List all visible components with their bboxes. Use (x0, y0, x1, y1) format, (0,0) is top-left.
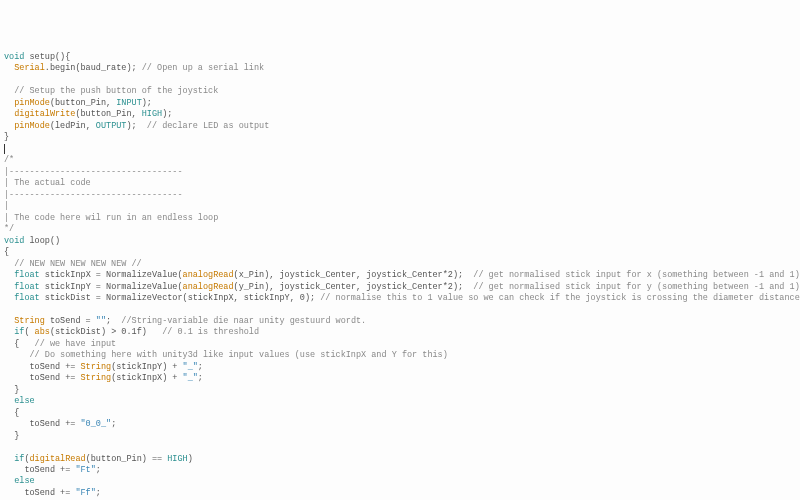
indent (4, 476, 14, 486)
indent (4, 259, 14, 269)
string-literal: "0_0_" (81, 419, 112, 429)
fn-digitalwrite: digitalWrite (14, 109, 75, 119)
fn-digitalread: digitalRead (30, 454, 86, 464)
indent (4, 63, 14, 73)
comment-block: | The actual code (4, 178, 91, 188)
const-input: INPUT (116, 98, 142, 108)
code-text: .begin(baud_rate); (45, 63, 142, 73)
fn-analogread: analogRead (183, 270, 234, 280)
code-text: { (4, 339, 35, 349)
code-text: toSend += (4, 465, 75, 475)
string-literal: "Ff" (75, 488, 95, 498)
type-string: String (81, 373, 112, 383)
comment-block: |---------------------------------- (4, 167, 183, 177)
keyword-else: else (14, 396, 34, 406)
indent (4, 293, 14, 303)
code-text: toSend += (4, 419, 81, 429)
comment-block: | The code here wil run in an endless lo… (4, 213, 218, 223)
indent (4, 350, 30, 360)
code-text: (button_Pin) == (86, 454, 168, 464)
keyword-if: if (14, 327, 24, 337)
code-text: ); (142, 98, 152, 108)
comment: // get normalised stick input for x (som… (473, 270, 799, 280)
comment: // Open up a serial link (142, 63, 264, 73)
indent (4, 327, 14, 337)
code-text: ; (198, 362, 203, 372)
indent (4, 396, 14, 406)
string-literal: "_" (183, 373, 198, 383)
brace: } (4, 132, 9, 142)
keyword-float: float (14, 270, 40, 280)
fn-pinmode: pinMode (14, 121, 50, 131)
comment-block: /* (4, 155, 14, 165)
string-literal: "" (96, 316, 106, 326)
code-text: stickInpX = NormalizeValue( (40, 270, 183, 280)
comment: // declare LED as output (147, 121, 269, 131)
code-text: ; (106, 316, 121, 326)
code-text: ; (96, 465, 101, 475)
indent (4, 270, 14, 280)
code-text: (y_Pin), joystick_Center, joystick_Cente… (234, 282, 474, 292)
fn-abs: abs (35, 327, 50, 337)
code-text: setup(){ (24, 52, 70, 62)
indent (4, 98, 14, 108)
comment-block: |---------------------------------- (4, 190, 183, 200)
comment: // Setup the push button of the joystick (14, 86, 218, 96)
indent (4, 109, 14, 119)
code-text: ; (111, 419, 116, 429)
comment: // NEW NEW NEW NEW NEW // (14, 259, 142, 269)
code-text: toSend = (45, 316, 96, 326)
fn-analogread: analogRead (183, 282, 234, 292)
indent (4, 121, 14, 131)
keyword-float: float (14, 293, 40, 303)
type-string: String (81, 362, 112, 372)
code-text: ; (96, 488, 101, 498)
keyword-else: else (14, 476, 34, 486)
object-serial: Serial (14, 63, 45, 73)
code-text: stickInpY = NormalizeValue( (40, 282, 183, 292)
comment: // 0.1 is threshold (162, 327, 259, 337)
fn-pinmode: pinMode (14, 98, 50, 108)
brace: { (4, 247, 9, 257)
code-text: ); (126, 121, 146, 131)
indent (4, 282, 14, 292)
keyword-void: void (4, 236, 24, 246)
code-text: (stickDist) > 0.1f) (50, 327, 162, 337)
code-text: toSend += (4, 362, 81, 372)
code-text: toSend += (4, 373, 81, 383)
code-text: stickDist = NormalizeVector(stickInpX, s… (40, 293, 321, 303)
code-text: ); (162, 109, 172, 119)
comment-block: | (4, 201, 9, 211)
code-text: ) (188, 454, 193, 464)
keyword-float: float (14, 282, 40, 292)
comment: //String-variable die naar unity gestuur… (121, 316, 366, 326)
brace: } (4, 385, 19, 395)
code-text: ( (24, 327, 34, 337)
code-text: toSend += (4, 488, 75, 498)
comment: // normalise this to 1 value so we can c… (320, 293, 800, 303)
comment: // we have input (35, 339, 117, 349)
indent (4, 454, 14, 464)
indent (4, 316, 14, 326)
const-high: HIGH (142, 109, 162, 119)
comment: // Do something here with unity3d like i… (30, 350, 448, 360)
string-literal: "_" (183, 362, 198, 372)
type-string: String (14, 316, 45, 326)
code-text: loop() (24, 236, 60, 246)
keyword-if: if (14, 454, 24, 464)
keyword-void: void (4, 52, 24, 62)
string-literal: "Ft" (75, 465, 95, 475)
code-text: (stickInpX) + (111, 373, 182, 383)
brace: } (4, 431, 19, 441)
comment: // get normalised stick input for y (som… (473, 282, 799, 292)
code-block: void setup(){ Serial.begin(baud_rate); /… (4, 52, 800, 500)
code-text: (button_Pin, (75, 109, 141, 119)
comment-block: */ (4, 224, 14, 234)
code-text: (stickInpY) + (111, 362, 182, 372)
const-high: HIGH (167, 454, 187, 464)
const-output: OUTPUT (96, 121, 127, 131)
brace: { (4, 408, 19, 418)
code-text: ; (198, 373, 203, 383)
code-text: (ledPin, (50, 121, 96, 131)
indent (4, 86, 14, 96)
